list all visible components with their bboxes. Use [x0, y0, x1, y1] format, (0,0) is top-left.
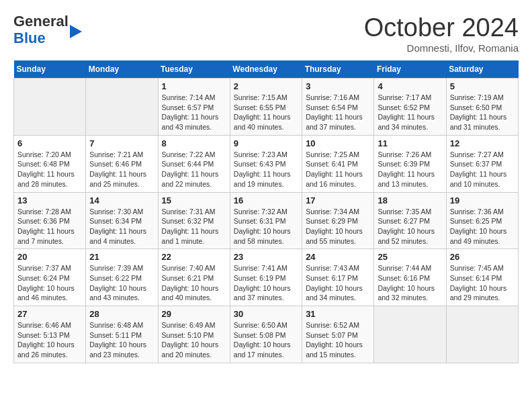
cell-content: Sunrise: 7:36 AM Sunset: 6:25 PM Dayligh… — [450, 207, 515, 246]
cell-content: Sunrise: 7:16 AM Sunset: 6:54 PM Dayligh… — [306, 93, 370, 132]
calendar-cell: 10Sunrise: 7:25 AM Sunset: 6:41 PM Dayli… — [302, 135, 374, 192]
calendar-cell: 1Sunrise: 7:14 AM Sunset: 6:57 PM Daylig… — [158, 79, 230, 136]
cell-content: Sunrise: 7:40 AM Sunset: 6:21 PM Dayligh… — [162, 263, 226, 303]
day-number: 5 — [450, 81, 515, 91]
calendar-cell: 27Sunrise: 6:46 AM Sunset: 5:13 PM Dayli… — [14, 306, 86, 363]
cell-content: Sunrise: 7:27 AM Sunset: 6:37 PM Dayligh… — [450, 150, 515, 189]
title-section: October 2024 Domnesti, Ilfov, Romania — [364, 13, 519, 54]
column-header-thursday: Thursday — [302, 60, 374, 79]
calendar-cell: 24Sunrise: 7:43 AM Sunset: 6:17 PM Dayli… — [302, 249, 374, 306]
column-header-saturday: Saturday — [446, 60, 518, 79]
calendar-cell: 12Sunrise: 7:27 AM Sunset: 6:37 PM Dayli… — [446, 135, 518, 192]
cell-content: Sunrise: 7:28 AM Sunset: 6:36 PM Dayligh… — [17, 207, 82, 246]
calendar-cell: 4Sunrise: 7:17 AM Sunset: 6:52 PM Daylig… — [374, 79, 446, 136]
calendar-cell: 20Sunrise: 7:37 AM Sunset: 6:24 PM Dayli… — [14, 249, 86, 306]
day-number: 23 — [234, 252, 298, 262]
svg-marker-0 — [70, 25, 82, 38]
logo-blue-text: Blue — [13, 30, 46, 47]
cell-content: Sunrise: 7:31 AM Sunset: 6:32 PM Dayligh… — [162, 207, 226, 246]
calendar-cell: 6Sunrise: 7:20 AM Sunset: 6:48 PM Daylig… — [14, 135, 86, 192]
calendar-week-row: 6Sunrise: 7:20 AM Sunset: 6:48 PM Daylig… — [14, 135, 519, 192]
day-number: 16 — [234, 195, 298, 205]
calendar-cell: 26Sunrise: 7:45 AM Sunset: 6:14 PM Dayli… — [446, 249, 518, 306]
calendar-cell: 28Sunrise: 6:48 AM Sunset: 5:11 PM Dayli… — [86, 306, 158, 363]
calendar-week-row: 27Sunrise: 6:46 AM Sunset: 5:13 PM Dayli… — [14, 306, 519, 363]
calendar-cell — [14, 79, 86, 136]
cell-content: Sunrise: 7:21 AM Sunset: 6:46 PM Dayligh… — [89, 150, 154, 189]
cell-content: Sunrise: 7:26 AM Sunset: 6:39 PM Dayligh… — [378, 150, 442, 189]
calendar-cell: 30Sunrise: 6:50 AM Sunset: 5:08 PM Dayli… — [230, 306, 302, 363]
calendar-week-row: 13Sunrise: 7:28 AM Sunset: 6:36 PM Dayli… — [14, 192, 519, 249]
calendar-cell: 21Sunrise: 7:39 AM Sunset: 6:22 PM Dayli… — [86, 249, 158, 306]
day-number: 21 — [89, 252, 154, 262]
calendar-cell: 8Sunrise: 7:22 AM Sunset: 6:44 PM Daylig… — [158, 135, 230, 192]
cell-content: Sunrise: 6:49 AM Sunset: 5:10 PM Dayligh… — [162, 320, 226, 360]
day-number: 17 — [306, 195, 370, 205]
day-number: 12 — [450, 138, 515, 148]
cell-content: Sunrise: 7:44 AM Sunset: 6:16 PM Dayligh… — [378, 263, 442, 303]
day-number: 13 — [17, 195, 82, 205]
cell-content: Sunrise: 7:22 AM Sunset: 6:44 PM Dayligh… — [162, 150, 226, 189]
calendar-week-row: 20Sunrise: 7:37 AM Sunset: 6:24 PM Dayli… — [14, 249, 519, 306]
day-number: 15 — [162, 195, 226, 205]
cell-content: Sunrise: 6:52 AM Sunset: 5:07 PM Dayligh… — [306, 320, 370, 360]
cell-content: Sunrise: 7:39 AM Sunset: 6:22 PM Dayligh… — [89, 263, 154, 303]
day-number: 28 — [89, 309, 154, 319]
calendar-header-row: SundayMondayTuesdayWednesdayThursdayFrid… — [14, 60, 519, 79]
calendar-cell: 13Sunrise: 7:28 AM Sunset: 6:36 PM Dayli… — [14, 192, 86, 249]
calendar-cell: 31Sunrise: 6:52 AM Sunset: 5:07 PM Dayli… — [302, 306, 374, 363]
cell-content: Sunrise: 7:17 AM Sunset: 6:52 PM Dayligh… — [378, 93, 442, 132]
calendar-cell — [374, 306, 446, 363]
logo-text: General — [13, 13, 69, 30]
cell-content: Sunrise: 7:14 AM Sunset: 6:57 PM Dayligh… — [162, 93, 226, 132]
calendar-cell: 17Sunrise: 7:34 AM Sunset: 6:29 PM Dayli… — [302, 192, 374, 249]
day-number: 29 — [162, 309, 226, 319]
page-header: General Blue October 2024 Domnesti, Ilfo… — [13, 13, 519, 54]
day-number: 7 — [89, 138, 154, 148]
column-header-sunday: Sunday — [14, 60, 86, 79]
calendar-cell: 25Sunrise: 7:44 AM Sunset: 6:16 PM Dayli… — [374, 249, 446, 306]
day-number: 11 — [378, 138, 442, 148]
column-header-wednesday: Wednesday — [230, 60, 302, 79]
calendar-cell: 16Sunrise: 7:32 AM Sunset: 6:31 PM Dayli… — [230, 192, 302, 249]
cell-content: Sunrise: 7:15 AM Sunset: 6:55 PM Dayligh… — [234, 93, 298, 132]
cell-content: Sunrise: 7:45 AM Sunset: 6:14 PM Dayligh… — [450, 263, 515, 303]
cell-content: Sunrise: 7:19 AM Sunset: 6:50 PM Dayligh… — [450, 93, 515, 132]
calendar-cell — [446, 306, 518, 363]
cell-content: Sunrise: 7:37 AM Sunset: 6:24 PM Dayligh… — [17, 263, 82, 303]
day-number: 31 — [306, 309, 370, 319]
day-number: 27 — [17, 309, 82, 319]
day-number: 4 — [378, 81, 442, 91]
calendar-cell: 11Sunrise: 7:26 AM Sunset: 6:39 PM Dayli… — [374, 135, 446, 192]
calendar-cell: 9Sunrise: 7:23 AM Sunset: 6:43 PM Daylig… — [230, 135, 302, 192]
column-header-tuesday: Tuesday — [158, 60, 230, 79]
cell-content: Sunrise: 7:25 AM Sunset: 6:41 PM Dayligh… — [306, 150, 370, 189]
calendar-cell: 5Sunrise: 7:19 AM Sunset: 6:50 PM Daylig… — [446, 79, 518, 136]
day-number: 6 — [17, 138, 82, 148]
day-number: 8 — [162, 138, 226, 148]
calendar-cell: 18Sunrise: 7:35 AM Sunset: 6:27 PM Dayli… — [374, 192, 446, 249]
column-header-monday: Monday — [86, 60, 158, 79]
calendar-cell: 3Sunrise: 7:16 AM Sunset: 6:54 PM Daylig… — [302, 79, 374, 136]
logo: General Blue — [13, 13, 69, 47]
cell-content: Sunrise: 6:46 AM Sunset: 5:13 PM Dayligh… — [17, 320, 82, 360]
calendar-cell: 22Sunrise: 7:40 AM Sunset: 6:21 PM Dayli… — [158, 249, 230, 306]
calendar-cell: 23Sunrise: 7:41 AM Sunset: 6:19 PM Dayli… — [230, 249, 302, 306]
calendar-cell: 19Sunrise: 7:36 AM Sunset: 6:25 PM Dayli… — [446, 192, 518, 249]
day-number: 1 — [162, 81, 226, 91]
cell-content: Sunrise: 7:20 AM Sunset: 6:48 PM Dayligh… — [17, 150, 82, 189]
cell-content: Sunrise: 7:34 AM Sunset: 6:29 PM Dayligh… — [306, 207, 370, 246]
column-header-friday: Friday — [374, 60, 446, 79]
month-title: October 2024 — [364, 13, 519, 42]
calendar-table: SundayMondayTuesdayWednesdayThursdayFrid… — [13, 60, 519, 363]
cell-content: Sunrise: 7:41 AM Sunset: 6:19 PM Dayligh… — [234, 263, 298, 303]
cell-content: Sunrise: 7:43 AM Sunset: 6:17 PM Dayligh… — [306, 263, 370, 303]
calendar-cell: 2Sunrise: 7:15 AM Sunset: 6:55 PM Daylig… — [230, 79, 302, 136]
day-number: 26 — [450, 252, 515, 262]
day-number: 9 — [234, 138, 298, 148]
cell-content: Sunrise: 7:32 AM Sunset: 6:31 PM Dayligh… — [234, 207, 298, 246]
cell-content: Sunrise: 7:23 AM Sunset: 6:43 PM Dayligh… — [234, 150, 298, 189]
day-number: 25 — [378, 252, 442, 262]
calendar-cell — [86, 79, 158, 136]
calendar-cell: 7Sunrise: 7:21 AM Sunset: 6:46 PM Daylig… — [86, 135, 158, 192]
